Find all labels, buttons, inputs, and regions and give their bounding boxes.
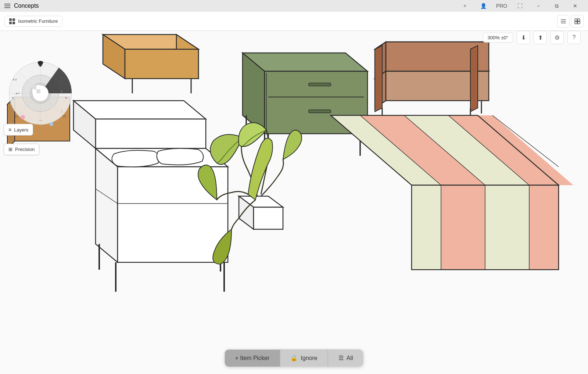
all-btn[interactable]: ☰ All <box>328 349 363 367</box>
lock-icon: 🔒 <box>290 355 298 362</box>
download-btn[interactable]: ⬇ <box>517 31 530 44</box>
svg-rect-82 <box>32 89 36 93</box>
radial-menu[interactable]: 6,6 4,4 1,6 5 5 14 20 ↩ ≡ ♩ 〜 <box>7 60 74 126</box>
grid-icon <box>9 18 15 24</box>
new-window-btn[interactable]: ＋ <box>456 0 473 12</box>
precision-label: Precision <box>15 147 35 152</box>
user-btn[interactable]: 👤 <box>475 0 492 12</box>
svg-text:〜: 〜 <box>39 118 43 123</box>
svg-rect-3 <box>575 19 577 21</box>
app-title: Concepts <box>14 3 39 9</box>
svg-rect-30 <box>309 110 331 113</box>
minimize-btn[interactable]: − <box>530 0 547 12</box>
list-view-btn[interactable] <box>557 15 570 28</box>
all-label: All <box>347 355 353 362</box>
svg-text:1,6: 1,6 <box>62 78 67 81</box>
svg-point-95 <box>50 122 53 126</box>
svg-text:4,4: 4,4 <box>12 78 17 81</box>
settings-btn[interactable]: ⚙ <box>551 31 564 44</box>
collection-button[interactable]: Isometric Furniture <box>4 16 62 27</box>
svg-text:≡: ≡ <box>61 89 63 93</box>
titlebar-left: Concepts <box>4 3 39 9</box>
svg-rect-6 <box>578 21 580 24</box>
help-btn[interactable]: ? <box>567 31 581 44</box>
layers-icon: ≡ <box>8 127 11 133</box>
precision-button[interactable]: ⊞ Precision <box>4 144 39 155</box>
bottom-bar: + Item Picker 🔒 Ignore ☰ All <box>225 349 363 367</box>
toolbar: Isometric Furniture <box>0 12 588 31</box>
svg-marker-36 <box>74 101 206 119</box>
upload-btn[interactable]: ⬆ <box>534 31 547 44</box>
svg-text:6,6: 6,6 <box>38 64 43 67</box>
svg-rect-79 <box>32 85 36 89</box>
svg-text:5: 5 <box>65 96 67 100</box>
svg-point-93 <box>21 115 25 119</box>
layers-label: Layers <box>14 127 28 133</box>
svg-text:14: 14 <box>15 115 18 118</box>
svg-rect-81 <box>36 85 40 89</box>
canvas[interactable]: 6,6 4,4 1,6 5 5 14 20 ↩ ≡ ♩ 〜 ≡ Layers <box>0 31 588 374</box>
fullscreen-btn[interactable]: ⛶ <box>512 0 528 12</box>
svg-text:↩: ↩ <box>15 90 20 96</box>
precision-icon: ⊞ <box>8 147 12 152</box>
svg-marker-62 <box>485 185 529 270</box>
grid-view-btn[interactable] <box>571 15 584 28</box>
collection-label: Isometric Furniture <box>18 18 58 24</box>
pro-badge[interactable]: PRO <box>493 0 510 12</box>
ignore-label: Ignore <box>301 355 317 362</box>
svg-text:20: 20 <box>63 115 66 118</box>
right-toolbar: 300% ±0° ⬇ ⬆ ⚙ ? <box>483 31 581 44</box>
svg-marker-63 <box>529 185 559 270</box>
svg-marker-11 <box>125 49 198 79</box>
svg-rect-31 <box>309 83 331 86</box>
svg-marker-50 <box>254 207 283 229</box>
svg-marker-61 <box>441 185 485 270</box>
svg-rect-80 <box>36 89 40 93</box>
zoom-display: 300% ±0° <box>483 33 513 43</box>
item-picker-btn[interactable]: + Item Picker <box>225 350 280 367</box>
svg-marker-21 <box>470 46 478 112</box>
hamburger-menu-icon[interactable] <box>4 4 10 8</box>
restore-btn[interactable]: ⧉ <box>548 0 565 12</box>
svg-text:5: 5 <box>12 96 14 100</box>
furniture-canvas <box>0 31 588 374</box>
close-btn[interactable]: ✕ <box>567 0 584 12</box>
svg-text:♩: ♩ <box>61 108 63 114</box>
svg-marker-20 <box>375 46 382 112</box>
svg-rect-5 <box>575 21 577 24</box>
titlebar-controls: ＋ 👤 PRO ⛶ − ⧉ ✕ <box>456 0 584 12</box>
list-icon: ☰ <box>338 355 344 362</box>
titlebar: Concepts ＋ 👤 PRO ⛶ − ⧉ ✕ <box>0 0 588 12</box>
ignore-btn[interactable]: 🔒 Ignore <box>280 349 327 367</box>
view-toggle <box>557 15 584 28</box>
svg-marker-37 <box>96 119 206 148</box>
svg-rect-4 <box>578 19 580 21</box>
